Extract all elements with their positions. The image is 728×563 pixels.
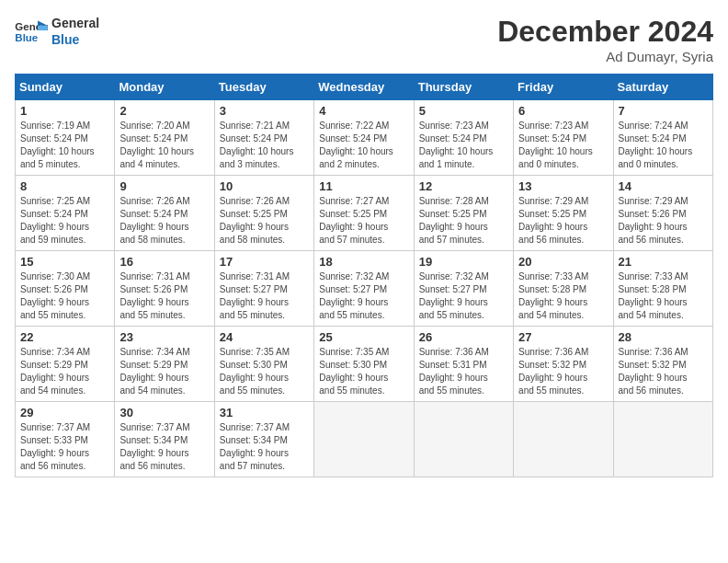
svg-text:Blue: Blue bbox=[15, 33, 38, 44]
day-info: Sunrise: 7:37 AM Sunset: 5:33 PM Dayligh… bbox=[20, 421, 109, 473]
day-info: Sunrise: 7:32 AM Sunset: 5:27 PM Dayligh… bbox=[419, 270, 508, 322]
day-info: Sunrise: 7:29 AM Sunset: 5:25 PM Dayligh… bbox=[518, 195, 608, 247]
day-info: Sunrise: 7:22 AM Sunset: 5:24 PM Dayligh… bbox=[319, 120, 408, 171]
day-number: 22 bbox=[20, 330, 109, 344]
calendar-cell-26: 26Sunrise: 7:36 AM Sunset: 5:31 PM Dayli… bbox=[414, 327, 513, 402]
calendar-cell-30: 30Sunrise: 7:37 AM Sunset: 5:34 PM Dayli… bbox=[115, 402, 214, 477]
logo-icon: General Blue bbox=[15, 17, 48, 45]
calendar-cell-3: 3Sunrise: 7:21 AM Sunset: 5:24 PM Daylig… bbox=[214, 100, 313, 176]
day-number: 2 bbox=[119, 104, 209, 118]
day-info: Sunrise: 7:30 AM Sunset: 5:26 PM Dayligh… bbox=[20, 270, 109, 322]
logo-text: General bbox=[51, 15, 99, 31]
weekday-header-tuesday: Tuesday bbox=[214, 75, 313, 100]
calendar-cell-18: 18Sunrise: 7:32 AM Sunset: 5:27 PM Dayli… bbox=[314, 251, 414, 327]
day-info: Sunrise: 7:33 AM Sunset: 5:28 PM Dayligh… bbox=[619, 270, 708, 322]
weekday-header-friday: Friday bbox=[514, 75, 613, 100]
day-number: 7 bbox=[619, 104, 708, 118]
calendar-cell-23: 23Sunrise: 7:34 AM Sunset: 5:29 PM Dayli… bbox=[115, 327, 214, 402]
day-info: Sunrise: 7:37 AM Sunset: 5:34 PM Dayligh… bbox=[119, 421, 209, 473]
day-number: 9 bbox=[119, 179, 209, 193]
calendar-table: SundayMondayTuesdayWednesdayThursdayFrid… bbox=[15, 74, 713, 477]
day-number: 20 bbox=[518, 255, 608, 269]
day-info: Sunrise: 7:20 AM Sunset: 5:24 PM Dayligh… bbox=[119, 120, 209, 171]
day-number: 27 bbox=[518, 330, 608, 344]
day-number: 24 bbox=[220, 330, 309, 344]
day-number: 31 bbox=[220, 406, 309, 419]
day-number: 1 bbox=[20, 104, 109, 118]
calendar-cell-13: 13Sunrise: 7:29 AM Sunset: 5:25 PM Dayli… bbox=[514, 176, 613, 251]
calendar-cell-31: 31Sunrise: 7:37 AM Sunset: 5:34 PM Dayli… bbox=[214, 402, 313, 477]
calendar-cell-25: 25Sunrise: 7:35 AM Sunset: 5:30 PM Dayli… bbox=[314, 327, 414, 402]
day-info: Sunrise: 7:26 AM Sunset: 5:24 PM Dayligh… bbox=[119, 195, 209, 247]
day-info: Sunrise: 7:25 AM Sunset: 5:24 PM Dayligh… bbox=[20, 195, 109, 247]
title-block: December 2024 Ad Dumayr, Syria bbox=[497, 15, 713, 64]
day-info: Sunrise: 7:36 AM Sunset: 5:32 PM Dayligh… bbox=[619, 346, 708, 397]
calendar-cell-7: 7Sunrise: 7:24 AM Sunset: 5:24 PM Daylig… bbox=[613, 100, 712, 176]
calendar-cell-17: 17Sunrise: 7:31 AM Sunset: 5:27 PM Dayli… bbox=[214, 251, 313, 327]
month-title: December 2024 bbox=[497, 15, 713, 49]
day-info: Sunrise: 7:26 AM Sunset: 5:25 PM Dayligh… bbox=[220, 195, 309, 247]
logo: General Blue General Blue bbox=[15, 15, 99, 48]
day-info: Sunrise: 7:29 AM Sunset: 5:26 PM Dayligh… bbox=[619, 195, 708, 247]
day-info: Sunrise: 7:32 AM Sunset: 5:27 PM Dayligh… bbox=[319, 270, 408, 322]
day-number: 3 bbox=[220, 104, 309, 118]
day-info: Sunrise: 7:35 AM Sunset: 5:30 PM Dayligh… bbox=[220, 346, 309, 397]
day-number: 19 bbox=[419, 255, 508, 269]
day-number: 28 bbox=[619, 330, 708, 344]
calendar-cell-21: 21Sunrise: 7:33 AM Sunset: 5:28 PM Dayli… bbox=[613, 251, 712, 327]
day-number: 17 bbox=[220, 255, 309, 269]
day-info: Sunrise: 7:28 AM Sunset: 5:25 PM Dayligh… bbox=[419, 195, 508, 247]
day-info: Sunrise: 7:35 AM Sunset: 5:30 PM Dayligh… bbox=[319, 346, 408, 397]
day-number: 4 bbox=[319, 104, 408, 118]
calendar-cell-28: 28Sunrise: 7:36 AM Sunset: 5:32 PM Dayli… bbox=[613, 327, 712, 402]
calendar-cell-19: 19Sunrise: 7:32 AM Sunset: 5:27 PM Dayli… bbox=[414, 251, 513, 327]
calendar-cell-5: 5Sunrise: 7:23 AM Sunset: 5:24 PM Daylig… bbox=[414, 100, 513, 176]
location: Ad Dumayr, Syria bbox=[497, 49, 713, 64]
day-number: 12 bbox=[419, 179, 508, 193]
empty-cell bbox=[314, 402, 414, 477]
calendar-cell-2: 2Sunrise: 7:20 AM Sunset: 5:24 PM Daylig… bbox=[115, 100, 214, 176]
day-info: Sunrise: 7:19 AM Sunset: 5:24 PM Dayligh… bbox=[20, 120, 109, 171]
day-info: Sunrise: 7:31 AM Sunset: 5:26 PM Dayligh… bbox=[119, 270, 209, 322]
day-number: 18 bbox=[319, 255, 408, 269]
weekday-header-thursday: Thursday bbox=[414, 75, 513, 100]
day-info: Sunrise: 7:27 AM Sunset: 5:25 PM Dayligh… bbox=[319, 195, 408, 247]
calendar-cell-9: 9Sunrise: 7:26 AM Sunset: 5:24 PM Daylig… bbox=[115, 176, 214, 251]
calendar-cell-27: 27Sunrise: 7:36 AM Sunset: 5:32 PM Dayli… bbox=[514, 327, 613, 402]
day-info: Sunrise: 7:21 AM Sunset: 5:24 PM Dayligh… bbox=[220, 120, 309, 171]
day-info: Sunrise: 7:33 AM Sunset: 5:28 PM Dayligh… bbox=[518, 270, 608, 322]
day-number: 14 bbox=[619, 179, 708, 193]
day-number: 15 bbox=[20, 255, 109, 269]
calendar-cell-12: 12Sunrise: 7:28 AM Sunset: 5:25 PM Dayli… bbox=[414, 176, 513, 251]
calendar-cell-24: 24Sunrise: 7:35 AM Sunset: 5:30 PM Dayli… bbox=[214, 327, 313, 402]
day-info: Sunrise: 7:23 AM Sunset: 5:24 PM Dayligh… bbox=[518, 120, 608, 171]
day-number: 10 bbox=[220, 179, 309, 193]
empty-cell bbox=[514, 402, 613, 477]
day-info: Sunrise: 7:24 AM Sunset: 5:24 PM Dayligh… bbox=[619, 120, 708, 171]
day-number: 25 bbox=[319, 330, 408, 344]
day-number: 13 bbox=[518, 179, 608, 193]
empty-cell bbox=[414, 402, 513, 477]
day-info: Sunrise: 7:34 AM Sunset: 5:29 PM Dayligh… bbox=[119, 346, 209, 397]
day-info: Sunrise: 7:36 AM Sunset: 5:32 PM Dayligh… bbox=[518, 346, 608, 397]
day-info: Sunrise: 7:36 AM Sunset: 5:31 PM Dayligh… bbox=[419, 346, 508, 397]
logo-subtext: Blue bbox=[51, 31, 99, 48]
calendar-cell-14: 14Sunrise: 7:29 AM Sunset: 5:26 PM Dayli… bbox=[613, 176, 712, 251]
day-number: 29 bbox=[20, 406, 109, 419]
day-number: 23 bbox=[119, 330, 209, 344]
empty-cell bbox=[613, 402, 712, 477]
weekday-header-saturday: Saturday bbox=[613, 75, 712, 100]
day-number: 11 bbox=[319, 179, 408, 193]
calendar-cell-15: 15Sunrise: 7:30 AM Sunset: 5:26 PM Dayli… bbox=[16, 251, 115, 327]
day-number: 16 bbox=[119, 255, 209, 269]
weekday-header-monday: Monday bbox=[115, 75, 214, 100]
calendar-cell-6: 6Sunrise: 7:23 AM Sunset: 5:24 PM Daylig… bbox=[514, 100, 613, 176]
svg-marker-3 bbox=[38, 26, 48, 30]
calendar-cell-22: 22Sunrise: 7:34 AM Sunset: 5:29 PM Dayli… bbox=[16, 327, 115, 402]
calendar-cell-1: 1Sunrise: 7:19 AM Sunset: 5:24 PM Daylig… bbox=[16, 100, 115, 176]
calendar-cell-11: 11Sunrise: 7:27 AM Sunset: 5:25 PM Dayli… bbox=[314, 176, 414, 251]
calendar-cell-10: 10Sunrise: 7:26 AM Sunset: 5:25 PM Dayli… bbox=[214, 176, 313, 251]
calendar-cell-4: 4Sunrise: 7:22 AM Sunset: 5:24 PM Daylig… bbox=[314, 100, 414, 176]
calendar-cell-16: 16Sunrise: 7:31 AM Sunset: 5:26 PM Dayli… bbox=[115, 251, 214, 327]
page-header: General Blue General Blue December 2024 … bbox=[15, 15, 713, 64]
